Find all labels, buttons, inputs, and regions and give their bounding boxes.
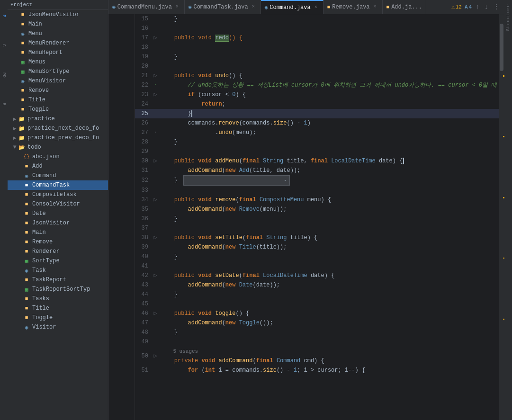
class-icon: ■ — [23, 248, 30, 255]
class-icon: ■ — [19, 96, 27, 104]
commit-panel-toggle[interactable]: C — [0, 31, 7, 60]
tree-item-jsonmenuvisitor[interactable]: ■ JsonMenuVisitor — [8, 10, 108, 19]
line-num: 36 — [135, 214, 152, 223]
line-row: 20 — [135, 62, 499, 71]
pull-requests-toggle[interactable]: PR — [0, 61, 7, 89]
line-row: 28 } — [135, 137, 499, 147]
fold-gutter — [152, 52, 159, 62]
line-num: 39 — [135, 242, 152, 252]
item-label: MenuVisitor — [28, 78, 66, 84]
tree-item-renderer[interactable]: ■ Renderer — [8, 247, 108, 256]
line-content: } — [159, 52, 499, 62]
tree-item-toggle2[interactable]: ■ Toggle — [8, 313, 108, 322]
tab-close-commandtask[interactable]: × — [250, 4, 257, 10]
line-content: .undo(menu); — [159, 128, 499, 137]
tree-item-main[interactable]: ■ Main — [8, 19, 108, 29]
nav-up-button[interactable]: ↑ — [475, 3, 480, 11]
interface-icon: ◉ — [19, 77, 27, 85]
bookmarks-toggle[interactable]: B — [0, 90, 7, 118]
tab-command[interactable]: ◉ Command.java × — [261, 0, 323, 14]
item-label: TaskReport — [32, 277, 66, 283]
folder-icon: 📁 — [18, 134, 26, 142]
folder-icon: 📁 — [18, 125, 26, 132]
tree-item-title2[interactable]: ■ Title — [8, 304, 108, 313]
tree-item-compositetask[interactable]: ■ CompositeTask — [8, 190, 108, 199]
tree-item-main2[interactable]: ■ Main — [8, 228, 108, 237]
tab-add[interactable]: ■ Add.ja... — [383, 0, 426, 14]
tree-item-commandtask[interactable]: ■ CommandTask — [8, 180, 108, 190]
item-label: JsonMenuVisitor — [28, 11, 80, 18]
tree-item-toggle[interactable]: ■ Toggle — [8, 105, 108, 114]
warning-badge[interactable]: ⚠ 12 — [451, 4, 462, 10]
line-num: 42 — [135, 271, 152, 280]
scrollbar-thumb[interactable] — [500, 24, 503, 71]
line-row: 42 ▷ public void setDate(final LocalDate… — [135, 271, 499, 280]
tab-commandmenu[interactable]: ◉ CommandMenu.java × — [108, 0, 185, 14]
tree-item-menusorttype[interactable]: ▦ MenuSortType — [8, 67, 108, 76]
tree-item-taskreportsorttyp[interactable]: ▦ TaskReportSortTyp — [8, 285, 108, 294]
info-badge[interactable]: A 4 — [465, 4, 472, 10]
item-label: ConsoleVisitor — [32, 201, 80, 207]
line-row: 21 ▷ public void undo() { — [135, 71, 499, 80]
class-icon: ■ — [19, 20, 27, 28]
tree-item-visitor[interactable]: ◉ Visitor — [8, 322, 108, 332]
nav-down-button[interactable]: ↓ — [484, 3, 489, 11]
tree-item-todo[interactable]: ▼ 📂 todo — [8, 143, 108, 152]
tab-close-command[interactable]: × — [313, 4, 319, 11]
right-scrollbar[interactable] — [499, 14, 504, 420]
tree-item-sorttype[interactable]: ▦ SortType — [8, 256, 108, 266]
tree-item-menus[interactable]: ▦ Menus — [8, 57, 108, 67]
tree-item-practice-prev[interactable]: ▶ 📁 practice_prev_deco_fo — [8, 133, 108, 143]
tree-item-date[interactable]: ■ Date — [8, 209, 108, 218]
tab-close-remove[interactable]: × — [372, 4, 378, 10]
line-content: addCommand(new Toggle()); — [159, 318, 499, 328]
code-editor[interactable]: 15 } 16 17 ▷ public void — [135, 14, 499, 420]
tree-item-jsonvisitor[interactable]: ■ JsonVisitor — [8, 218, 108, 228]
tree-item-abc-json[interactable]: {} abc.json — [8, 152, 108, 161]
class-icon: ■ — [23, 181, 30, 189]
line-row: 33 — [135, 186, 499, 195]
line-row: 24 return; — [135, 99, 499, 109]
tree-item-command[interactable]: ◉ Command — [8, 171, 108, 180]
class-icon: ■ — [23, 219, 30, 227]
tree-item-add[interactable]: ■ Add — [8, 161, 108, 171]
line-content — [159, 186, 499, 195]
line-num: 37 — [135, 223, 152, 233]
more-options-button[interactable]: ⋮ — [492, 3, 501, 11]
tree-item-remove2[interactable]: ■ Remove — [8, 237, 108, 247]
line-num: 44 — [135, 290, 152, 299]
tab-close-commandmenu[interactable]: × — [174, 4, 180, 10]
warning-icon: ⚠ — [451, 4, 455, 10]
line-content: for (int i = commands.size() - 1; i > cu… — [159, 366, 499, 375]
tree-item-practice[interactable]: ▶ 📁 practice — [8, 114, 108, 124]
tree-item-menu[interactable]: ◉ Menu — [8, 29, 108, 38]
interface-icon: ◉ — [23, 172, 30, 179]
tree-item-menurenderer[interactable]: ■ MenuRenderer — [8, 38, 108, 48]
tree-item-task[interactable]: ◉ Task — [8, 266, 108, 275]
line-content: public void setDate(final LocalDateTime … — [159, 271, 499, 280]
item-label: Remove — [28, 87, 49, 94]
tab-commandtask[interactable]: ◉ CommandTask.java × — [185, 0, 261, 14]
info-icon: A — [465, 4, 468, 10]
class-icon: ■ — [23, 238, 30, 246]
json-icon: {} — [23, 153, 30, 161]
line-num: 15 — [135, 14, 152, 24]
line-num: 35 — [135, 205, 152, 214]
fold-gutter — [152, 43, 159, 52]
scrollbar-warning-4 — [503, 258, 504, 259]
tree-item-menuvisitor[interactable]: ◉ MenuVisitor — [8, 76, 108, 86]
line-num: 18 — [135, 43, 152, 52]
project-panel-toggle[interactable]: P — [0, 2, 7, 30]
item-label: CommandTask — [32, 182, 70, 188]
line-content: } — [159, 252, 499, 261]
tree-item-taskreport[interactable]: ■ TaskReport — [8, 275, 108, 285]
tree-item-remove[interactable]: ■ Remove — [8, 86, 108, 95]
tree-item-practice-next[interactable]: ▶ 📁 practice_next_deco_fo — [8, 124, 108, 133]
tree-item-tasks[interactable]: ■ Tasks — [8, 294, 108, 304]
structure-panel-toggle[interactable]: Structure — [505, 0, 512, 35]
tree-item-consolevisitor[interactable]: ■ ConsoleVisitor — [8, 199, 108, 209]
tree-item-title[interactable]: ■ Title — [8, 95, 108, 105]
tab-remove[interactable]: ■ Remove.java × — [323, 0, 383, 14]
folder-icon: 📁 — [18, 115, 26, 123]
tree-item-menureport[interactable]: ■ MenuReport — [8, 48, 108, 57]
